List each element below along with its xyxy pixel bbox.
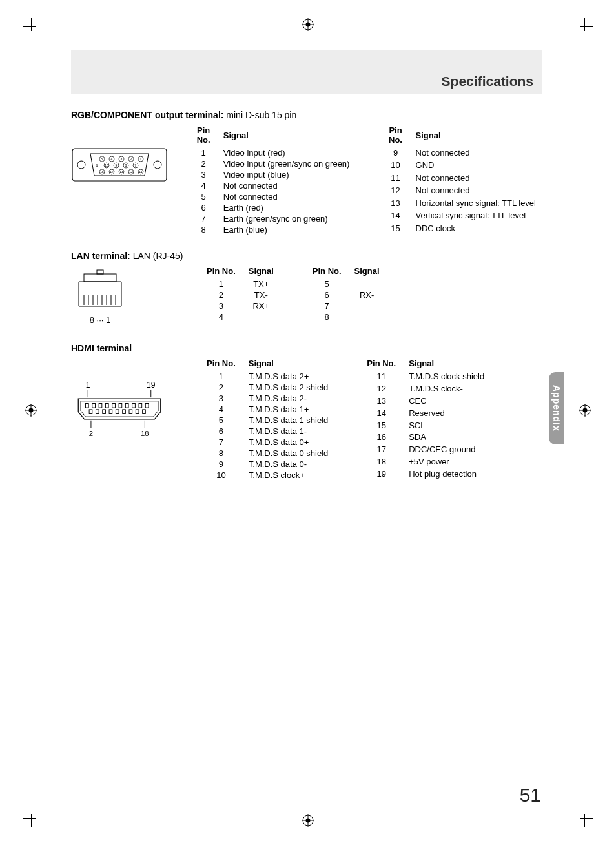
pin-cell: 1	[200, 278, 242, 289]
crop-mark-bottom-left-icon	[14, 818, 32, 836]
svg-text:9: 9	[116, 163, 118, 167]
signal-cell: T.M.D.S data 0 shield	[242, 448, 335, 459]
pin-cell: 8	[190, 224, 216, 235]
col-pin: Pin No.	[360, 357, 402, 371]
signal-cell: Not connected	[217, 180, 356, 191]
hdmi-lbl-br: 18	[141, 430, 149, 437]
col-sig: Signal	[409, 124, 542, 147]
pin-cell: 7	[306, 300, 348, 311]
hdmi-diagram-col: 1 19	[71, 357, 200, 440]
svg-rect-74	[109, 410, 112, 414]
pin-cell: 5	[200, 415, 242, 426]
table-row: 8	[306, 311, 386, 322]
crop-mark-bottom-right-icon	[584, 818, 602, 836]
hdmi-lbl-tr: 19	[147, 381, 156, 390]
content: RGB/COMPONENT output terminal: mini D-su…	[71, 103, 542, 481]
table-row: 6RX-	[306, 289, 386, 300]
col-pin: Pin No.	[190, 124, 216, 147]
register-mark-bottom-icon	[302, 814, 314, 827]
svg-text:7: 7	[135, 163, 137, 167]
svg-rect-61	[86, 404, 89, 408]
pin-cell: 15	[360, 420, 402, 432]
signal-cell: T.M.D.S data 0-	[242, 459, 335, 470]
pin-cell: 10	[382, 160, 409, 172]
side-tab-appendix: Appendix	[549, 372, 564, 444]
lan-section-title: LAN terminal: LAN (RJ-45)	[71, 251, 542, 261]
table-row: 12T.M.D.S clock-	[360, 383, 491, 395]
pin-cell: 6	[200, 426, 242, 437]
pin-cell: 1	[200, 371, 242, 382]
crop-mark-top-right-icon	[584, 9, 602, 27]
table-row: 11Not connected	[382, 172, 542, 185]
signal-cell: Earth (green/sync on green)	[217, 213, 356, 224]
svg-rect-75	[116, 410, 119, 414]
table-row: 1TX+	[200, 278, 280, 289]
svg-rect-64	[105, 404, 108, 408]
lan-row: 8 ··· 1 Pin No. Signal 1TX+2TX-3RX+4 Pin…	[71, 265, 542, 325]
table-row: 11T.M.D.S clock shield	[360, 371, 491, 383]
signal-cell: T.M.D.S data 2 shield	[242, 382, 335, 393]
svg-text:12: 12	[129, 170, 133, 174]
pin-cell: 6	[190, 202, 216, 213]
hdmi-right-body: 11T.M.D.S clock shield12T.M.D.S clock-13…	[360, 371, 491, 481]
register-mark-top-icon	[302, 18, 314, 31]
svg-text:4: 4	[111, 157, 113, 161]
svg-rect-68	[132, 404, 136, 408]
page-number: 51	[520, 784, 541, 806]
pin-cell: 5	[306, 278, 348, 289]
svg-rect-50	[97, 270, 103, 274]
svg-rect-62	[92, 404, 96, 408]
svg-rect-67	[125, 404, 128, 408]
hdmi-row: 1 19	[71, 357, 542, 481]
table-row: 3RX+	[200, 300, 280, 311]
lan-table-right: Pin No. Signal 56RX-78	[306, 265, 386, 322]
register-mark-right-icon	[579, 404, 591, 417]
register-mark-left-icon	[25, 404, 37, 417]
lan-title-rest: LAN (RJ-45)	[130, 251, 183, 261]
side-tab-label: Appendix	[551, 385, 562, 432]
signal-cell: DDC clock	[409, 223, 542, 235]
table-row: 4Not connected	[190, 180, 356, 191]
table-row: 16SDA	[360, 432, 491, 444]
signal-cell: Not connected	[409, 185, 542, 197]
table-row: 6T.M.D.S data 1-	[200, 426, 334, 437]
col-pin: Pin No.	[200, 265, 242, 278]
hdmi-table-left: Pin No. Signal 1T.M.D.S data 2+2T.M.D.S …	[200, 357, 334, 481]
svg-rect-78	[136, 410, 139, 414]
table-row: 10GND	[382, 160, 542, 172]
rgb-section-title: RGB/COMPONENT output terminal: mini D-su…	[71, 110, 542, 120]
table-row: 14Vertical sync signal: TTL level	[382, 210, 542, 222]
lan-title-bold: LAN terminal:	[71, 251, 130, 261]
table-row: 2Video input (green/sync on green)	[190, 158, 356, 169]
signal-cell: T.M.D.S data 2+	[242, 371, 335, 382]
signal-cell: T.M.D.S clock shield	[402, 371, 491, 383]
col-pin: Pin No.	[200, 357, 242, 371]
table-row: 4	[200, 311, 280, 322]
table-row: 15SCL	[360, 420, 491, 432]
signal-cell	[242, 311, 280, 322]
svg-rect-70	[145, 404, 149, 408]
crop-mark-top-left-icon	[14, 9, 32, 27]
col-sig: Signal	[402, 357, 491, 371]
col-sig: Signal	[217, 124, 356, 147]
page-header: Specifications	[71, 50, 542, 94]
signal-cell: RX+	[242, 300, 280, 311]
svg-point-18	[154, 161, 161, 169]
table-row: 7	[306, 300, 386, 311]
signal-cell	[348, 278, 386, 289]
table-row: 9T.M.D.S data 0-	[200, 459, 334, 470]
table-row: 18+5V power	[360, 456, 491, 468]
signal-cell: Video input (blue)	[217, 169, 356, 180]
pin-cell: 1	[190, 147, 216, 158]
signal-cell: Horizontal sync signal: TTL level	[409, 198, 542, 210]
hdmi-section-title: HDMI terminal	[71, 343, 542, 353]
pin-cell: 2	[190, 158, 216, 169]
rgb-tables: Pin No. Signal 1Video input (red)2Video …	[190, 124, 542, 235]
signal-cell: Video input (red)	[217, 147, 356, 158]
col-sig: Signal	[348, 265, 386, 278]
pin-cell: 17	[360, 444, 402, 456]
col-sig: Signal	[242, 265, 280, 278]
table-row: 1T.M.D.S data 2+	[200, 371, 334, 382]
pin-cell: 7	[200, 437, 242, 448]
table-row: 7T.M.D.S data 0+	[200, 437, 334, 448]
